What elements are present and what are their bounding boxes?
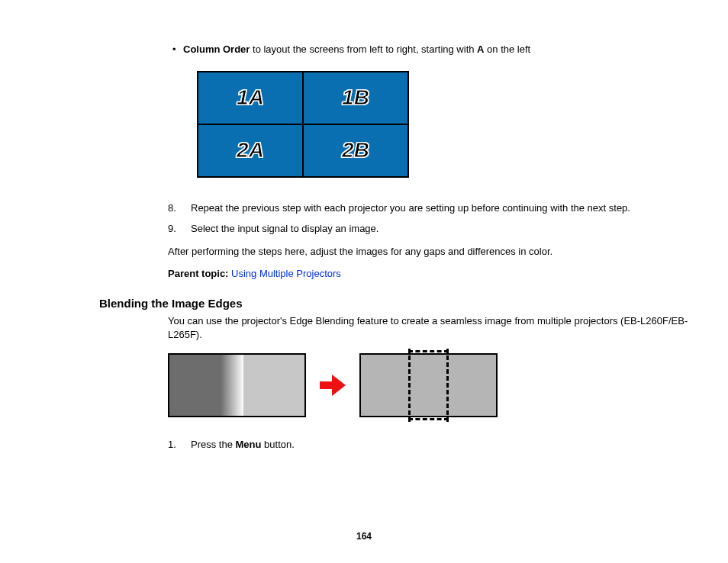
step-1-text: Press the Menu button. [191,437,295,452]
blend-before-panel [168,353,306,417]
grid-cell-2a: 2A [198,125,302,176]
step-9-number: 9. [168,221,191,236]
step-8-number: 8. [168,201,191,216]
blend-after-panel [359,353,498,417]
step-1-post: button. [261,439,294,450]
document-page: Column Order to layout the screens from … [0,0,728,563]
edge-blending-figure [168,353,697,417]
step-8-text: Repeat the previous step with each proje… [191,201,630,216]
blend-before-gradient [169,355,304,416]
blend-after-fill [361,355,496,416]
page-number: 164 [0,531,728,542]
grid-cell-1b: 1B [304,72,407,124]
parent-topic-label: Parent topic: [168,268,231,279]
section-body: You can use the projector's Edge Blendin… [168,314,697,452]
bullet-column-order: Column Order to layout the screens from … [183,42,697,57]
step-8: 8. Repeat the previous step with each pr… [168,201,697,216]
parent-topic-line: Parent topic: Using Multiple Projectors [168,266,697,282]
bullet-mid: to layout the screens from left to right… [250,43,477,55]
intro-paragraph: You can use the projector's Edge Blendin… [168,314,697,343]
dashed-line-icon [408,418,449,420]
bullet-tail: on the left [484,43,530,55]
dashed-line-icon [408,349,411,422]
content-block: Column Order to layout the screens from … [168,42,697,282]
grid-cell-1a: 1A [198,72,302,124]
arrow-right-icon [320,376,346,394]
after-paragraph: After performing the steps here, adjust … [168,244,697,259]
grid-cell-2b: 2B [304,125,407,176]
step-1-strong: Menu [236,439,262,450]
step-9: 9. Select the input signal to display an… [168,221,697,236]
bullet-strong-1: Column Order [183,43,250,55]
column-order-grid: 1A 1B 2A 2B [197,71,409,178]
step-1: 1. Press the Menu button. [168,437,697,452]
step-1-pre: Press the [191,439,236,450]
parent-topic-link[interactable]: Using Multiple Projectors [231,268,341,279]
step-9-text: Select the input signal to display an im… [191,221,378,236]
dashed-line-icon [408,350,449,352]
dashed-line-icon [446,349,449,422]
step-1-number: 1. [168,437,191,452]
heading-blending-image-edges: Blending the Image Edges [99,297,705,310]
